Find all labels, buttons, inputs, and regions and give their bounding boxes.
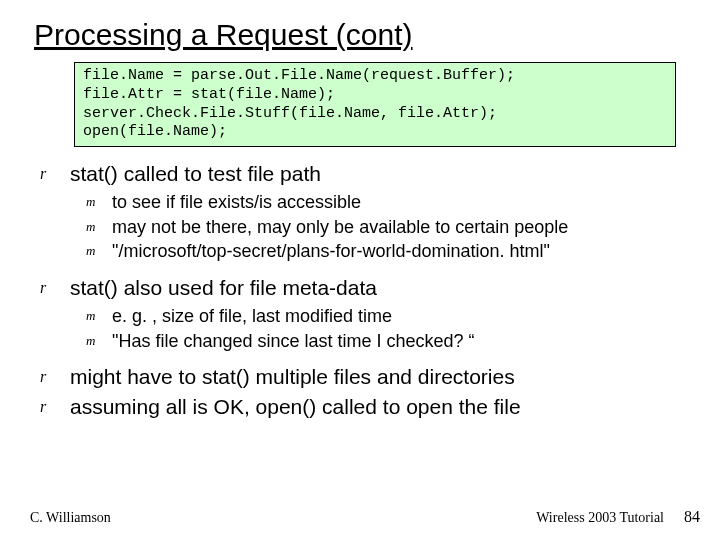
- sub-text: to see if file exists/is accessible: [112, 191, 690, 214]
- bullet-text: stat() called to test file path: [70, 161, 690, 187]
- bullet-level2: m e. g. , size of file, last modified ti…: [86, 305, 690, 328]
- slide-title: Processing a Request (cont): [34, 18, 690, 52]
- footer-page: 84: [684, 508, 700, 526]
- bullet-level2: m to see if file exists/is accessible: [86, 191, 690, 214]
- bullet-text: might have to stat() multiple files and …: [70, 364, 690, 390]
- bullet-r-icon: r: [40, 394, 70, 416]
- bullet-level1: r assuming all is OK, open() called to o…: [40, 394, 690, 420]
- bullet-r-icon: r: [40, 364, 70, 386]
- bullet-r-icon: r: [40, 275, 70, 297]
- bullet-level2: m "Has file changed since last time I ch…: [86, 330, 690, 353]
- bullet-level1: r might have to stat() multiple files an…: [40, 364, 690, 390]
- bullet-m-icon: m: [86, 240, 112, 259]
- bullet-m-icon: m: [86, 330, 112, 349]
- bullet-m-icon: m: [86, 216, 112, 235]
- bullet-text: assuming all is OK, open() called to ope…: [70, 394, 690, 420]
- bullet-level2: m may not be there, may only be availabl…: [86, 216, 690, 239]
- sub-text: e. g. , size of file, last modified time: [112, 305, 690, 328]
- sub-text: may not be there, may only be available …: [112, 216, 690, 239]
- code-box: file.Name = parse.Out.File.Name(request.…: [74, 62, 676, 147]
- bullet-level1: r stat() called to test file path: [40, 161, 690, 187]
- footer-author: C. Williamson: [30, 510, 111, 526]
- bullet-r-icon: r: [40, 161, 70, 183]
- bullet-level2: m "/microsoft/top-secret/plans-for-world…: [86, 240, 690, 263]
- bullet-text: stat() also used for file meta-data: [70, 275, 690, 301]
- bullet-level1: r stat() also used for file meta-data: [40, 275, 690, 301]
- sub-text: "/microsoft/top-secret/plans-for-world-d…: [112, 240, 690, 263]
- footer: C. Williamson Wireless 2003 Tutorial 84: [30, 508, 700, 526]
- bullet-m-icon: m: [86, 305, 112, 324]
- sub-text: "Has file changed since last time I chec…: [112, 330, 690, 353]
- bullet-m-icon: m: [86, 191, 112, 210]
- footer-venue: Wireless 2003 Tutorial: [536, 510, 664, 526]
